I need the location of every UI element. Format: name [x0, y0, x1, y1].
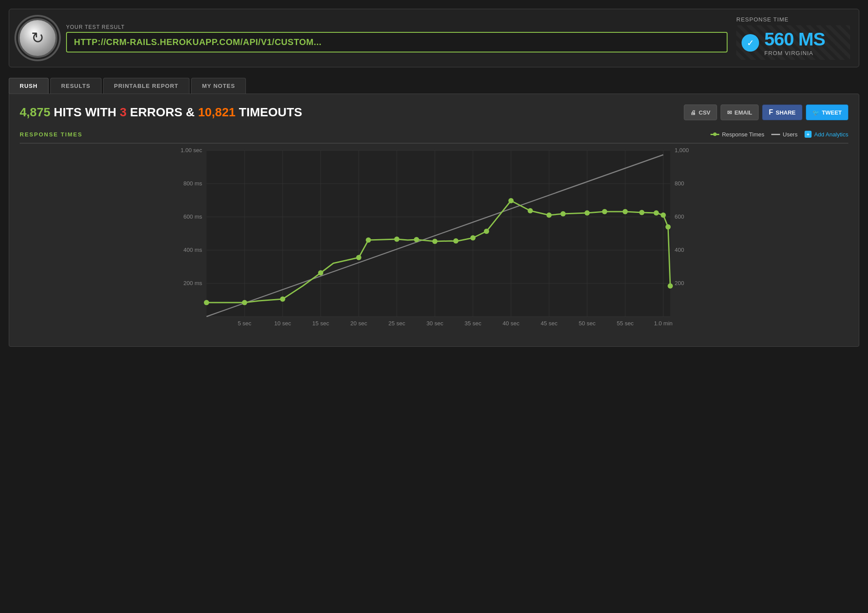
- csv-icon: 🖨: [690, 109, 696, 116]
- email-icon: ✉: [727, 109, 732, 116]
- svg-point-60: [623, 209, 628, 214]
- svg-text:400 ms: 400 ms: [183, 247, 202, 253]
- svg-text:1,000: 1,000: [675, 147, 689, 153]
- main-panel: 4,875 HITS WITH 3 ERRORS & 10,821 TIMEOU…: [9, 94, 859, 347]
- hits-label: HITS WITH: [54, 105, 120, 119]
- action-buttons: 🖨 CSV ✉ EMAIL f SHARE 🐦 TWEET: [684, 104, 848, 120]
- tab-results[interactable]: RESULTS: [50, 78, 102, 94]
- svg-text:10 sec: 10 sec: [274, 320, 291, 327]
- response-value-row: ✓ 560 MS FROM VIRGINIA: [736, 25, 850, 60]
- svg-text:35 sec: 35 sec: [465, 320, 482, 327]
- svg-point-48: [394, 237, 399, 242]
- result-panel: RESPONSE TIME ✓ 560 MS FROM VIRGINIA: [736, 16, 850, 60]
- svg-text:20 sec: 20 sec: [350, 320, 368, 327]
- svg-text:400: 400: [675, 247, 684, 253]
- svg-point-55: [528, 208, 533, 213]
- svg-point-58: [584, 210, 590, 216]
- legend-users-label: Users: [783, 131, 798, 138]
- svg-point-51: [453, 238, 458, 244]
- svg-text:600 ms: 600 ms: [183, 213, 202, 220]
- svg-point-50: [432, 239, 438, 244]
- response-chart: 1.00 sec 800 ms 600 ms 400 ms 200 ms 1,0…: [20, 150, 848, 334]
- hits-count: 4,875: [20, 105, 50, 119]
- refresh-button[interactable]: ↻: [18, 18, 57, 58]
- svg-text:200 ms: 200 ms: [183, 280, 202, 286]
- svg-text:25 sec: 25 sec: [388, 320, 406, 327]
- share-button[interactable]: f SHARE: [762, 104, 802, 120]
- timeouts-count: 10,821: [198, 105, 236, 119]
- svg-point-42: [204, 300, 209, 305]
- svg-point-45: [318, 270, 323, 275]
- csv-button[interactable]: 🖨 CSV: [684, 104, 717, 120]
- stats-bar: 4,875 HITS WITH 3 ERRORS & 10,821 TIMEOU…: [20, 104, 848, 120]
- chart-title: RESPONSE TIMES: [20, 131, 83, 138]
- chart-header: RESPONSE TIMES Response Times Users + Ad…: [20, 131, 848, 143]
- svg-point-62: [654, 210, 659, 216]
- add-analytics-icon: +: [805, 131, 812, 138]
- svg-text:200: 200: [675, 280, 684, 286]
- svg-text:55 sec: 55 sec: [617, 320, 634, 327]
- svg-text:45 sec: 45 sec: [541, 320, 558, 327]
- svg-text:50 sec: 50 sec: [579, 320, 596, 327]
- svg-point-46: [356, 255, 361, 260]
- svg-point-43: [242, 300, 247, 305]
- add-analytics-label: Add Analytics: [814, 131, 848, 138]
- tab-bar: RUSH RESULTS PRINTABLE REPORT MY NOTES: [9, 78, 859, 94]
- refresh-icon: ↻: [31, 29, 44, 47]
- tab-notes[interactable]: MY NOTES: [191, 78, 246, 94]
- legend-response-times: Response Times: [710, 131, 764, 138]
- legend-dot-icon: [710, 134, 719, 135]
- url-display: HTTP://CRM-RAILS.HEROKUAPP.COM/API/V1/CU…: [66, 32, 728, 52]
- svg-text:40 sec: 40 sec: [503, 320, 520, 327]
- add-analytics-button[interactable]: + Add Analytics: [805, 131, 848, 138]
- svg-text:800 ms: 800 ms: [183, 180, 202, 187]
- svg-point-64: [665, 224, 671, 230]
- svg-text:1.00 sec: 1.00 sec: [181, 147, 203, 153]
- facebook-icon: f: [769, 108, 773, 116]
- svg-point-65: [668, 283, 673, 289]
- svg-point-44: [280, 296, 285, 302]
- svg-point-59: [602, 209, 607, 214]
- tweet-button[interactable]: 🐦 TWEET: [806, 104, 849, 120]
- twitter-icon: 🐦: [812, 109, 819, 116]
- legend-users: Users: [771, 131, 798, 138]
- tab-rush[interactable]: RUSH: [9, 78, 49, 94]
- svg-point-54: [508, 198, 514, 203]
- chart-container: 1.00 sec 800 ms 600 ms 400 ms 200 ms 1,0…: [20, 150, 848, 336]
- svg-point-52: [470, 235, 476, 240]
- chart-legend: Response Times Users + Add Analytics: [710, 131, 848, 138]
- tab-printable[interactable]: PRINTABLE REPORT: [103, 78, 189, 94]
- legend-response-label: Response Times: [722, 131, 764, 138]
- from-location: FROM VIRGINIA: [764, 50, 825, 56]
- svg-text:15 sec: 15 sec: [312, 320, 329, 327]
- svg-text:5 sec: 5 sec: [238, 320, 252, 327]
- svg-text:800: 800: [675, 180, 684, 187]
- svg-text:30 sec: 30 sec: [427, 320, 444, 327]
- check-icon: ✓: [742, 34, 759, 52]
- response-time-label: RESPONSE TIME: [736, 16, 850, 23]
- stats-text: 4,875 HITS WITH 3 ERRORS & 10,821 TIMEOU…: [20, 105, 302, 119]
- errors-label: ERRORS &: [130, 105, 198, 119]
- errors-count: 3: [120, 105, 127, 119]
- header-panel: ↻ YOUR TEST RESULT HTTP://CRM-RAILS.HERO…: [9, 9, 859, 67]
- svg-point-61: [639, 210, 644, 215]
- svg-text:600: 600: [675, 213, 684, 220]
- svg-point-56: [546, 212, 552, 218]
- email-button[interactable]: ✉ EMAIL: [721, 104, 759, 120]
- svg-point-63: [661, 212, 666, 218]
- timeouts-label: TIMEOUTS: [239, 105, 302, 119]
- response-ms: 560 MS: [764, 29, 825, 50]
- legend-line-icon: [771, 134, 780, 135]
- svg-point-47: [366, 237, 371, 243]
- svg-point-53: [484, 229, 489, 234]
- svg-text:1.0 min: 1.0 min: [654, 320, 673, 327]
- your-test-label: YOUR TEST RESULT: [66, 24, 728, 30]
- svg-point-57: [560, 211, 566, 216]
- svg-point-49: [414, 237, 419, 242]
